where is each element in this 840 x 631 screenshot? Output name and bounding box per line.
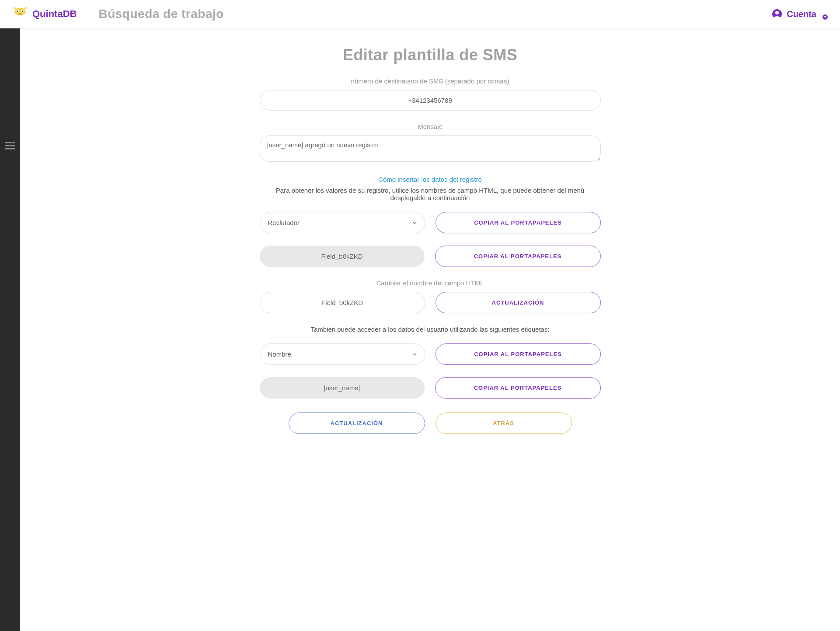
copy-user-tag-code-button[interactable]: COPIAR AL PORTAPAPELES <box>435 377 601 399</box>
chevron-down-icon <box>823 14 828 20</box>
field-code-row: Field_b0kZKD COPIAR AL PORTAPAPELES <box>260 246 601 267</box>
form-actions: ACTUALIZACIÓN ATRÁS <box>260 413 601 434</box>
page-title: Editar plantilla de SMS <box>260 46 601 64</box>
copy-field-button[interactable]: COPIAR AL PORTAPAPELES <box>436 212 601 233</box>
field-select-row: Reclutador COPIAR AL PORTAPAPELES <box>260 212 601 233</box>
back-button[interactable]: ATRÁS <box>436 413 572 434</box>
rename-row: ACTUALIZACIÓN <box>260 292 601 313</box>
svg-point-7 <box>775 11 779 14</box>
rename-label: Cambiar el nombre del campo HTML <box>260 279 601 287</box>
user-tag-select[interactable]: Nombre <box>260 343 425 365</box>
copy-user-tag-button[interactable]: COPIAR AL PORTAPAPELES <box>436 343 601 365</box>
brand-icon <box>12 6 28 22</box>
sidebar <box>0 28 20 631</box>
rename-input[interactable] <box>260 292 425 313</box>
user-icon <box>772 9 782 19</box>
rename-update-button[interactable]: ACTUALIZACIÓN <box>436 292 601 313</box>
brand-text: QuintaDB <box>32 8 77 20</box>
header-left: QuintaDB Búsqueda de trabajo <box>12 6 224 22</box>
submit-button[interactable]: ACTUALIZACIÓN <box>289 413 425 434</box>
user-select-row: Nombre COPIAR AL PORTAPAPELES <box>260 343 601 365</box>
main-container: Editar plantilla de SMS número de destin… <box>0 28 840 631</box>
svg-point-3 <box>17 10 18 12</box>
insert-help-link[interactable]: Cómo insertar los datos del registro <box>260 176 601 183</box>
copy-field-code-button[interactable]: COPIAR AL PORTAPAPELES <box>435 246 601 267</box>
recipient-label: número de destinatario de SMS (separado … <box>260 77 601 85</box>
message-textarea[interactable]: |user_name| agregó un nuevo registro <box>260 135 601 162</box>
logo[interactable]: QuintaDB <box>12 6 77 22</box>
svg-point-4 <box>22 10 23 12</box>
account-label: Cuenta <box>787 9 816 19</box>
content: Editar plantilla de SMS número de destin… <box>251 28 610 451</box>
user-tag-code-row: |user_name| COPIAR AL PORTAPAPELES <box>260 377 601 399</box>
insert-help-text: Para obtener los valores de su registro,… <box>260 187 601 201</box>
page-header-title: Búsqueda de trabajo <box>98 7 223 21</box>
field-select[interactable]: Reclutador <box>260 212 425 233</box>
account-menu[interactable]: Cuenta <box>772 8 828 20</box>
user-tag-code-display: |user_name| <box>260 377 425 399</box>
recipient-input[interactable] <box>260 90 601 111</box>
user-tags-help: También puede acceder a los datos del us… <box>260 326 601 333</box>
field-code-display: Field_b0kZKD <box>260 246 425 267</box>
svg-point-5 <box>19 13 21 14</box>
message-label: Mensaje <box>260 123 601 130</box>
header: QuintaDB Búsqueda de trabajo Cuenta <box>0 0 840 28</box>
hamburger-icon[interactable] <box>5 142 15 149</box>
